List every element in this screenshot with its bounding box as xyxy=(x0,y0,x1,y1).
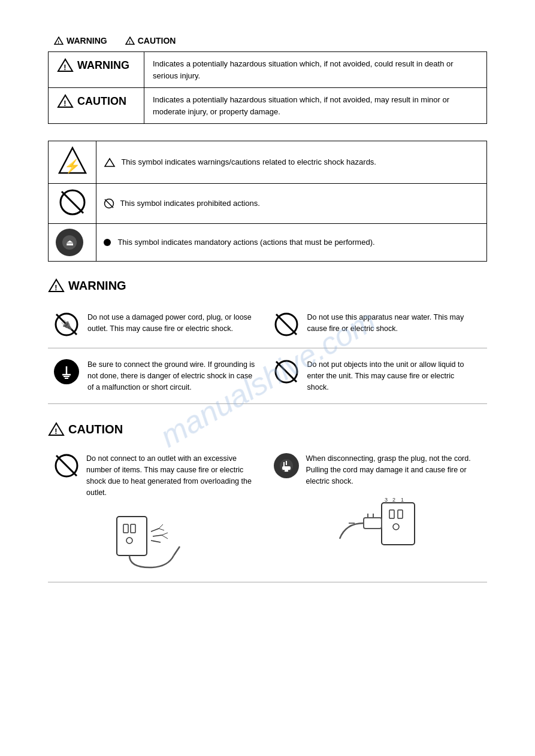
svg-line-12 xyxy=(62,192,83,213)
caution-desc-cell: Indicates a potentially hazardous situat… xyxy=(144,88,487,124)
svg-rect-52 xyxy=(389,510,394,518)
warning-cell-2: Do not use this apparatus near water. Th… xyxy=(268,301,488,348)
warning-heading-icon: ! xyxy=(48,278,65,293)
svg-text:!: ! xyxy=(64,63,66,72)
svg-rect-55 xyxy=(364,518,382,529)
svg-point-37 xyxy=(126,538,132,544)
warning-desc-cell: Indicates a potentially hazardous situat… xyxy=(144,52,487,88)
no-insert-icon xyxy=(274,359,299,384)
prohibit-icon-cell xyxy=(49,184,96,224)
warning-grid: 🔌 Do not use a damaged power cord, plug,… xyxy=(48,301,487,404)
svg-rect-49 xyxy=(282,466,291,470)
prohibit-circle-icon xyxy=(59,189,86,216)
table-row: This symbol indicates prohibited actions… xyxy=(49,184,487,224)
svg-line-41 xyxy=(159,524,163,529)
svg-line-42 xyxy=(159,529,164,530)
svg-line-45 xyxy=(174,546,180,555)
caution-section-heading: ! CAUTION xyxy=(48,422,487,436)
caution-label-cell: ! CAUTION xyxy=(49,88,144,124)
ground-symbol xyxy=(59,364,74,379)
caution-cell-2: When disconnecting, grasp the plug, not … xyxy=(268,445,488,582)
svg-rect-53 xyxy=(398,510,403,518)
no-touch-icon: 🔌 xyxy=(54,312,79,337)
svg-line-43 xyxy=(162,533,168,535)
svg-text:!: ! xyxy=(58,40,59,45)
svg-text:!: ! xyxy=(64,99,66,108)
warning-cell-3: Be sure to connect the ground wire. If g… xyxy=(48,348,268,404)
caution-legend: ! CAUTION xyxy=(125,36,176,45)
table-row: ! CAUTION Indicates a potentially hazard… xyxy=(49,88,487,124)
table-row: ⚡ This symbol indicates warnings/caution… xyxy=(49,141,487,184)
svg-rect-36 xyxy=(131,524,135,533)
svg-text:🔌: 🔌 xyxy=(61,319,72,330)
mandatory-icon-cell: ⏏ xyxy=(49,224,96,262)
caution-heading-icon: ! xyxy=(48,422,65,436)
warning-cell-4: Do not put objects into the unit or allo… xyxy=(268,348,488,404)
lightning-icon-cell: ⚡ xyxy=(49,141,96,184)
bullet-icon xyxy=(104,239,111,246)
unplug-mandatory-icon xyxy=(274,453,299,478)
overload-illustration-svg xyxy=(114,508,198,573)
small-prohibit-icon xyxy=(104,198,114,209)
caution-big-icon: ! xyxy=(57,94,74,108)
svg-line-38 xyxy=(151,529,159,532)
unplug-illustration: 3 2 1 xyxy=(274,497,478,563)
svg-rect-34 xyxy=(117,517,147,555)
mandatory-circle: ⏏ xyxy=(56,229,83,256)
lightning-desc-cell: This symbol indicates warnings/cautions … xyxy=(96,141,487,184)
table-row: ! WARNING Indicates a potentially hazard… xyxy=(49,52,487,88)
svg-text:!: ! xyxy=(55,283,57,292)
svg-rect-51 xyxy=(382,503,415,545)
mandatory-desc-cell: This symbol indicates mandatory actions … xyxy=(96,224,487,262)
legend-row: ! WARNING ! CAUTION xyxy=(48,36,487,45)
overload-outlet-illustration xyxy=(54,508,258,573)
svg-line-39 xyxy=(153,535,162,536)
definition-table: ! WARNING Indicates a potentially hazard… xyxy=(48,51,487,124)
plug-unplug-icon: ⏏ xyxy=(61,234,78,251)
warning-cell-1: 🔌 Do not use a damaged power cord, plug,… xyxy=(48,301,268,348)
caution-grid: Do not connect to an outlet with an exce… xyxy=(48,445,487,582)
no-overload-icon xyxy=(54,453,79,478)
svg-text:⏏: ⏏ xyxy=(66,238,74,247)
svg-line-44 xyxy=(162,535,168,539)
no-water-icon xyxy=(274,312,299,337)
svg-line-40 xyxy=(151,541,161,542)
warning-section-heading: ! WARNING xyxy=(48,278,487,293)
unplug-symbol xyxy=(279,458,294,473)
ground-mandatory-icon xyxy=(54,359,79,384)
svg-rect-50 xyxy=(285,470,288,472)
caution-triangle-icon: ! xyxy=(125,37,135,45)
unplug-illustration-svg: 3 2 1 xyxy=(328,497,424,563)
caution-cell-1: Do not connect to an outlet with an exce… xyxy=(48,445,268,582)
warning-label-cell: ! WARNING xyxy=(49,52,144,88)
svg-text:3: 3 xyxy=(385,497,388,503)
svg-rect-35 xyxy=(123,524,128,533)
lightning-triangle-icon: ⚡ xyxy=(58,146,87,176)
warning-triangle-icon: ! xyxy=(54,37,64,45)
svg-text:⚡: ⚡ xyxy=(64,158,80,174)
small-triangle-icon xyxy=(104,157,116,168)
table-row: ⏏ This symbol indicates mandatory action… xyxy=(49,224,487,262)
svg-text:1: 1 xyxy=(401,497,404,503)
warning-big-icon: ! xyxy=(57,58,74,72)
svg-marker-10 xyxy=(105,159,114,166)
svg-text:!: ! xyxy=(129,40,131,45)
symbol-table: ⚡ This symbol indicates warnings/caution… xyxy=(48,141,487,262)
svg-text:!: ! xyxy=(55,427,57,436)
svg-point-54 xyxy=(393,524,399,530)
warning-legend: ! WARNING xyxy=(54,36,107,45)
svg-text:2: 2 xyxy=(392,497,395,503)
prohibit-desc-cell: This symbol indicates prohibited actions… xyxy=(96,184,487,224)
